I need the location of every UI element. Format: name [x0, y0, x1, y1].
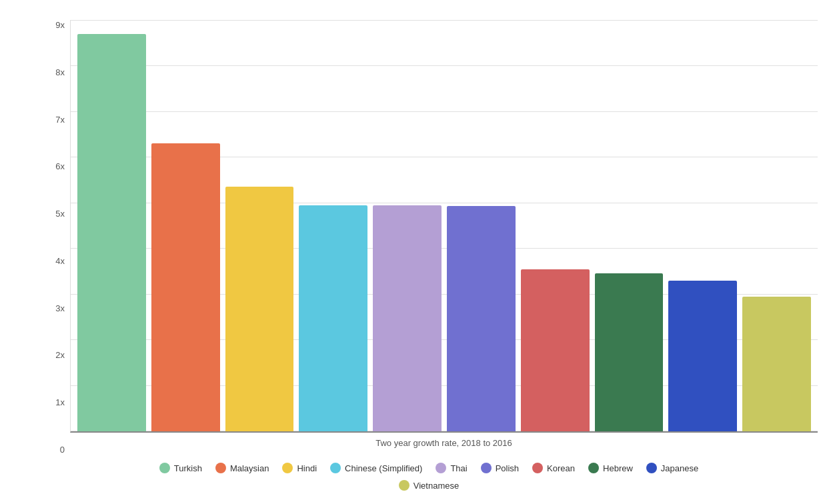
legend-item-malaysian: Malaysian: [215, 463, 269, 473]
legend-dot: [282, 463, 293, 473]
bar-wrapper: [77, 20, 146, 431]
bar-polish: [447, 206, 516, 431]
y-axis-label: 3x: [55, 303, 65, 313]
bars-and-grid: [70, 20, 818, 433]
legend-label: Hindi: [297, 463, 317, 473]
bar-thai: [373, 205, 442, 431]
legend-dot: [215, 463, 226, 473]
bar-hindi: [225, 187, 294, 431]
x-axis-label: Two year growth rate, 2018 to 2016: [70, 433, 818, 456]
legend-item-hindi: Hindi: [282, 463, 317, 473]
legend-dot: [159, 463, 170, 473]
legend-item-vietnamese: Vietnamese: [399, 480, 459, 491]
chart-area: 9x8x7x6x5x4x3x2x1x0 Two year growth rate…: [40, 20, 818, 456]
legend-dot: [399, 480, 409, 491]
legend-dot: [481, 463, 492, 473]
y-axis-label: 8x: [55, 67, 65, 77]
legend-dot: [646, 463, 657, 473]
y-axis-label: 7x: [55, 115, 65, 125]
bar-wrapper: [742, 20, 811, 431]
legend-label: Malaysian: [230, 463, 269, 473]
bar-wrapper: [668, 20, 737, 431]
y-axis-label: 6x: [55, 161, 65, 171]
bar-wrapper: [595, 20, 664, 431]
bars-row: [71, 20, 818, 431]
y-axis: 9x8x7x6x5x4x3x2x1x0: [40, 20, 70, 456]
legend-item-hebrew: Hebrew: [588, 463, 633, 473]
legend: TurkishMalaysianHindiChinese (Simplified…: [40, 456, 818, 491]
y-axis-label: 4x: [55, 256, 65, 266]
legend-dot: [588, 463, 599, 473]
bar-wrapper: [151, 20, 220, 431]
y-axis-label: 0: [60, 445, 65, 455]
legend-label: Turkish: [174, 463, 202, 473]
bar-malaysian: [151, 143, 220, 431]
legend-dot: [436, 463, 446, 473]
legend-label: Japanese: [661, 463, 698, 473]
bar-vietnamese: [742, 297, 811, 431]
legend-item-korean: Korean: [532, 463, 575, 473]
chart-container: 9x8x7x6x5x4x3x2x1x0 Two year growth rate…: [0, 0, 831, 504]
legend-item-chinese-(simplified): Chinese (Simplified): [330, 463, 422, 473]
legend-item-japanese: Japanese: [646, 463, 698, 473]
bar-japanese: [668, 281, 737, 431]
bar-wrapper: [299, 20, 367, 431]
legend-dot: [330, 463, 341, 473]
legend-label: Polish: [496, 463, 519, 473]
bar-turkish: [77, 34, 146, 431]
legend-dot: [532, 463, 543, 473]
legend-label: Korean: [547, 463, 575, 473]
chart-inner: Two year growth rate, 2018 to 2016: [70, 20, 818, 456]
legend-label: Chinese (Simplified): [345, 463, 422, 473]
bar-wrapper: [225, 20, 294, 431]
legend-item-turkish: Turkish: [159, 463, 202, 473]
bar-wrapper: [521, 20, 590, 431]
legend-item-polish: Polish: [481, 463, 519, 473]
y-axis-label: 2x: [55, 350, 65, 360]
y-axis-label: 5x: [55, 209, 65, 219]
bar-hebrew: [595, 273, 664, 431]
bar-chinese-(simplified): [299, 205, 367, 431]
bar-wrapper: [447, 20, 516, 431]
legend-item-thai: Thai: [436, 463, 467, 473]
bar-wrapper: [373, 20, 442, 431]
bar-korean: [521, 269, 590, 431]
legend-label: Thai: [450, 463, 467, 473]
legend-label: Vietnamese: [413, 481, 459, 491]
y-axis-label: 9x: [55, 20, 65, 30]
legend-label: Hebrew: [603, 463, 633, 473]
y-axis-label: 1x: [55, 397, 65, 407]
